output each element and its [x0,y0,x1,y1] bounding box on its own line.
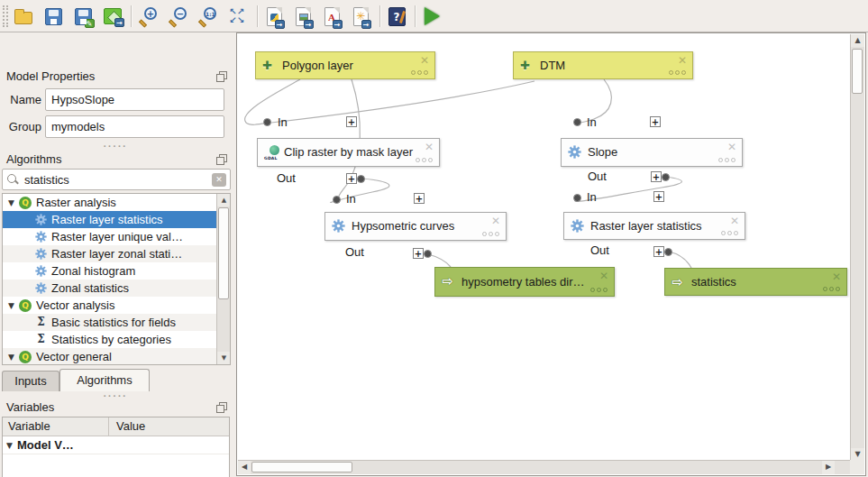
socket-dot[interactable] [263,118,271,126]
tab-algorithms[interactable]: Algorithms [59,369,150,391]
node-clip-raster-by-mask-layer[interactable]: GDAL Clip raster by mask layer ✕ [257,138,440,167]
tree-scrollbar[interactable]: ▲ ▼ [216,194,230,364]
socket-dot[interactable] [662,173,670,181]
toolbar-drag-handle[interactable] [3,5,8,27]
scroll-right-icon[interactable]: ▶ [822,461,835,474]
column-variable[interactable]: Variable [3,417,109,436]
canvas-horizontal-scrollbar[interactable]: ◀ ▶ [238,460,850,474]
delete-node-icon[interactable]: ✕ [678,54,687,67]
zoom-actual-size-button[interactable]: 1:1 [196,5,219,28]
model-name-input[interactable] [45,88,224,111]
delete-node-icon[interactable]: ✕ [420,54,429,67]
expand-sockets-button[interactable]: + [653,191,664,202]
scroll-up-icon[interactable]: ▲ [851,34,864,47]
expand-sockets-button[interactable]: + [346,116,357,127]
model-group-input[interactable] [45,115,224,138]
scroll-down-icon[interactable]: ▼ [851,448,864,461]
tree-item-raster-layer-statistics[interactable]: Raster layer statistics [3,211,230,228]
export-image-button[interactable]: → [291,5,315,28]
socket-dot[interactable] [333,196,341,204]
scroll-down-icon[interactable]: ▼ [217,352,231,364]
socket-dot[interactable] [664,248,672,256]
tree-group-raster-analysis[interactable]: ▼ Q Raster analysis [3,194,230,211]
save-model-as-button[interactable]: ✎ [71,5,95,28]
float-panel-icon[interactable] [216,71,227,82]
scroll-left-icon[interactable]: ◀ [238,461,251,474]
tree-group-vector-general[interactable]: ▼ Q Vector general [3,348,230,365]
scrollbar-thumb[interactable] [251,462,352,472]
export-python-button[interactable]: → [262,5,286,28]
expand-sockets-button[interactable]: + [650,116,661,127]
comment-dots-icon[interactable] [721,231,738,235]
expand-sockets-button[interactable]: + [346,173,357,184]
run-model-button[interactable] [420,5,443,28]
scrollbar-thumb[interactable] [218,207,229,299]
socket-dot[interactable] [424,250,432,258]
tree-item-raster-layer-zonal-statistics[interactable]: Raster layer zonal stati… [3,245,230,262]
node-input-dtm[interactable]: ✚ DTM ✕ [513,51,693,79]
expand-caret-icon[interactable]: ▼ [8,352,19,362]
delete-node-icon[interactable]: ✕ [599,270,608,282]
search-input-value[interactable]: statistics [24,173,69,187]
export-svg-icon: ✳→ [353,7,369,26]
float-panel-icon[interactable] [216,154,227,165]
splitter-handle[interactable]: ····· [99,143,132,149]
float-panel-icon[interactable] [216,402,227,413]
node-hypsometric-curves[interactable]: Hypsometric curves ✕ [324,212,507,241]
comment-dots-icon[interactable] [482,232,499,236]
save-model-button[interactable] [41,5,65,28]
node-raster-layer-statistics[interactable]: Raster layer statistics ✕ [563,212,745,240]
expand-sockets-button[interactable]: + [653,246,664,257]
tree-item-zonal-histogram[interactable]: Zonal histogram [3,262,230,280]
scroll-up-icon[interactable]: ▲ [217,194,231,206]
comment-dots-icon[interactable] [823,287,840,291]
tree-item-basic-statistics-for-fields[interactable]: Σ Basic statistics for fields [3,314,230,331]
socket-dot[interactable] [573,118,581,126]
comment-dots-icon[interactable] [411,70,428,75]
comment-dots-icon[interactable] [669,70,686,75]
clear-search-icon[interactable]: ✕ [212,173,226,187]
node-input-polygon-layer[interactable]: ✚ Polygon layer ✕ [255,51,435,79]
variables-row-model[interactable]: ▼ Model V… [3,436,229,454]
node-slope[interactable]: Slope ✕ [561,138,743,167]
expand-caret-icon[interactable]: ▼ [8,300,19,311]
tree-group-vector-analysis[interactable]: ▼ Q Vector analysis [3,297,230,314]
open-model-button[interactable] [12,5,35,28]
zoom-full-button[interactable]: ↖↗↙↘ [225,5,249,28]
tree-item-raster-layer-unique-values[interactable]: Raster layer unique val… [3,228,230,245]
splitter-handle[interactable]: ····· [99,393,132,399]
delete-node-icon[interactable]: ✕ [832,271,841,283]
scrollbar-thumb[interactable] [852,49,863,94]
delete-node-icon[interactable]: ✕ [727,141,736,153]
group-label: Group [4,120,41,133]
expand-sockets-button[interactable]: + [414,193,425,204]
node-output-hypsometry-tables[interactable]: ⇨ hypsometry tables dir… ✕ [434,267,615,297]
comment-dots-icon[interactable] [590,288,608,292]
column-value[interactable]: Value [109,417,145,436]
delete-node-icon[interactable]: ✕ [730,215,739,227]
expand-sockets-button[interactable]: + [651,171,662,182]
help-button[interactable]: ? [385,5,408,28]
zoom-out-button[interactable]: − [166,5,189,28]
socket-dot[interactable] [573,194,581,202]
algorithm-search-box[interactable]: statistics ✕ [2,169,231,190]
socket-in-label: In [278,115,288,129]
delete-node-icon[interactable]: ✕ [491,215,500,227]
comment-dots-icon[interactable] [718,158,736,162]
tree-item-statistics-by-categories[interactable]: Σ Statistics by categories [3,331,230,348]
save-model-in-project-button[interactable]: → [101,5,124,28]
delete-node-icon[interactable]: ✕ [425,141,434,153]
expand-sockets-button[interactable]: + [413,248,424,259]
model-canvas[interactable]: ✚ Polygon layer ✕ ✚ DTM ✕ In + GDAL Clip… [236,32,866,476]
expand-caret-icon[interactable]: ▼ [8,197,19,208]
export-pdf-button[interactable]: A→ [320,5,343,28]
tree-item-zonal-statistics[interactable]: Zonal statistics [3,280,230,297]
canvas-vertical-scrollbar[interactable]: ▲ ▼ [850,34,864,461]
tab-inputs[interactable]: Inputs [2,371,59,391]
comment-dots-icon[interactable] [416,158,433,162]
expand-caret-icon[interactable]: ▼ [6,440,17,451]
socket-dot[interactable] [357,175,365,183]
node-output-statistics[interactable]: ⇨ statistics ✕ [664,268,847,296]
export-svg-button[interactable]: ✳→ [349,5,372,28]
zoom-in-button[interactable]: + [136,5,160,28]
